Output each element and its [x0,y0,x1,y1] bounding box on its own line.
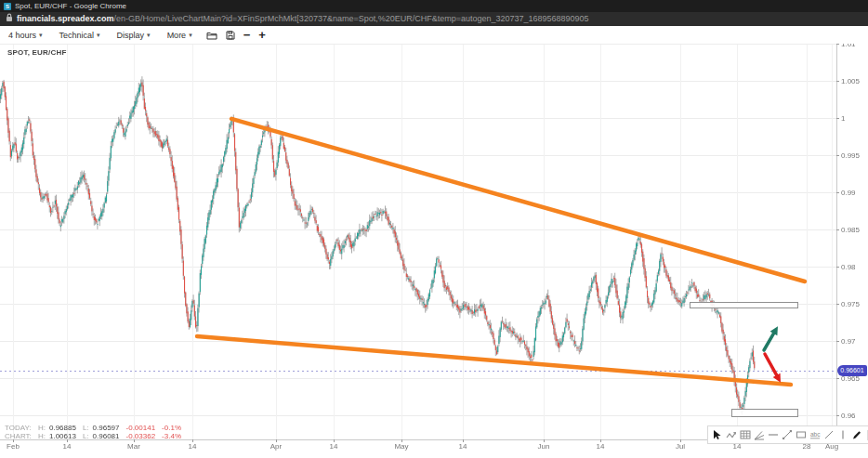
ray-line-tool-button[interactable] [823,429,835,441]
horizontal-line-icon [768,429,779,440]
chart-toolbar: 4 hours▾Technical▾Display▾More▾ − + [0,26,868,44]
save-chart-button[interactable] [226,31,235,40]
menu-label: 4 hours [8,31,36,40]
chevron-down-icon: ▾ [39,32,43,39]
marker-icon [851,429,862,440]
chevron-down-icon: ▾ [97,32,100,39]
vertical-line-icon [837,429,848,440]
site-favicon: S [4,3,11,10]
marker-tool-button[interactable] [851,429,862,441]
today-change: -0.00141 [126,424,156,432]
trend-line-icon [782,429,793,440]
open-chart-button[interactable] [206,31,217,40]
zigzag-arrow-icon [726,429,737,440]
x-tick-label: 14 [597,442,605,451]
url-path: /en-GB/Home/LiveChartMain?id=XFinSprMchM… [114,14,589,23]
fan-lines-icon [754,429,765,440]
svg-text:abc: abc [810,431,821,438]
horizontal-line-tool-button[interactable] [768,429,779,441]
y-tick-label: 1 [841,114,845,123]
save-icon [226,31,235,40]
zigzag-arrow-tool-button[interactable] [726,429,737,441]
zoom-out-button[interactable]: − [243,31,251,40]
lock-icon [6,13,13,22]
x-tick-label: May [394,442,408,451]
x-tick-label: 14 [189,442,197,451]
today-low: 0.96597 [93,424,120,432]
menu-label: Display [117,31,145,40]
pointer-tool-button[interactable] [712,429,723,441]
today-label: TODAY: [5,424,38,432]
pointer-icon [712,429,723,440]
drawing-toolbar: abc✕ [707,425,868,444]
x-tick-label: Apr [270,442,282,451]
browser-window: SSpot, EUR/CHF - Google Chrome financial… [0,0,868,458]
grid-icon [740,429,751,440]
instrument-label: SPOT, EUR/CHF [7,48,67,57]
chart-label: CHART: [5,432,38,440]
chevron-down-icon: ▾ [189,32,192,39]
menu-timeframe[interactable]: 4 hours▾ [0,31,51,40]
y-tick-label: 0.975 [841,300,860,308]
current-price-badge: 0.96601 [837,365,867,376]
x-tick-label: Jul [676,442,685,451]
toolbar-buttons: − + [206,31,266,40]
folder-icon [206,31,217,40]
toolbar-menus: 4 hours▾Technical▾Display▾More▾ [0,31,201,40]
window-titlebar[interactable]: SSpot, EUR/CHF - Google Chrome [0,0,868,12]
chart-change: -0.03362 [126,432,156,440]
chart-stats-row: CHART:H:1.00613L:0.96081-0.03362-3.4% [5,432,188,440]
low-label: L: [83,424,89,432]
menu-technical[interactable]: Technical▾ [51,31,109,40]
chart-change-pct: -3.4% [162,432,181,440]
y-tick-label: 0.97 [841,337,856,346]
x-tick-label: 14 [330,442,338,451]
rectangle-icon [796,429,807,440]
text-tool-icon: abc [809,429,821,440]
zoom-in-button[interactable]: + [258,31,266,40]
address-bar[interactable]: financials.spreadex.com/en-GB/Home/LiveC… [0,12,868,26]
x-tick-label: Mar [127,442,140,451]
text-tool-tool-button[interactable]: abc [809,429,821,441]
today-high: 0.96885 [49,424,76,432]
low-label: L: [83,432,89,440]
x-tick-label: Feb [7,442,20,451]
y-tick-label: 0.99 [841,189,856,197]
chevron-down-icon: ▾ [147,32,151,39]
ray-line-icon [823,429,835,440]
menu-display[interactable]: Display▾ [109,31,159,40]
x-tick-label: 14 [459,442,467,451]
today-change-pct: -0.1% [162,424,181,432]
x-tick-label: 14 [63,442,72,451]
vertical-line-tool-button[interactable] [837,429,848,441]
rectangle-tool-button[interactable] [796,429,807,441]
menu-label: More [167,31,187,40]
menu-label: Technical [59,31,95,40]
price-chart-canvas[interactable] [0,0,868,458]
x-tick-label: Jun [538,442,550,451]
url-domain: financials.spreadex.com [17,14,114,23]
price-stats: TODAY:H:0.96885L:0.96597-0.00141-0.1% CH… [5,424,188,440]
trend-line-tool-button[interactable] [782,429,793,441]
window-title: Spot, EUR/CHF - Google Chrome [15,2,126,10]
chart-low: 0.96081 [93,432,120,440]
y-tick-label: 0.985 [841,226,860,234]
fan-lines-tool-button[interactable] [754,429,765,441]
high-label: H: [38,424,46,432]
y-tick-label: 0.96 [841,412,856,420]
grid-tool-button[interactable] [740,429,751,441]
menu-more[interactable]: More▾ [159,31,201,40]
today-stats-row: TODAY:H:0.96885L:0.96597-0.00141-0.1% [5,424,188,432]
chart-high: 1.00613 [49,432,76,440]
high-label: H: [38,432,46,440]
y-tick-label: 0.98 [841,263,856,271]
y-tick-label: 1.005 [841,77,860,85]
y-tick-label: 0.995 [841,151,860,160]
